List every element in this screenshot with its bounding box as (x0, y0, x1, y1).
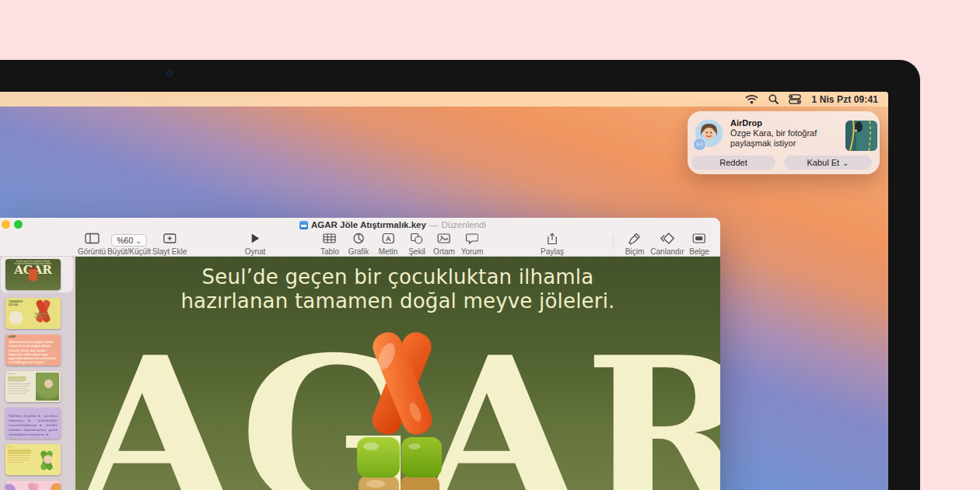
minimize-button[interactable] (2, 220, 10, 229)
gummy-stack-graphic (340, 331, 464, 490)
slide-thumbnail-6[interactable]: ■ AGAR ÜRÜNLERİMİZ Tamamen doğal meyve s… (5, 444, 61, 475)
view-sidebar-icon (84, 233, 99, 244)
window-title: AGAR Jöle Atıştırmalık.key — Düzenlendi (299, 220, 486, 229)
slide-thumbnail-2[interactable]: TAMAMEN DOĞAL TAMAMEN LEZZETLİ (5, 298, 61, 329)
chevron-down-icon: ⌄ (135, 237, 142, 245)
notification-title: AirDrop (730, 118, 762, 128)
mac-display-bezel: 1 Nis Pzt 09:41 (0, 60, 920, 490)
menu-bar: 1 Nis Pzt 09:41 (0, 92, 888, 107)
toolbar-zoom-control[interactable]: %60⌄ Büyüt/Küçült (107, 233, 151, 256)
chart-icon (352, 233, 364, 244)
slide-number: 5 (0, 420, 4, 425)
slide-thumbnail-5[interactable]: Tatlılara duyulan ■ çocuksu tutkunun, ■ … (5, 408, 61, 439)
share-icon (547, 233, 558, 245)
search-icon[interactable] (768, 94, 779, 104)
accept-button-label: Kabul Et (807, 158, 840, 167)
animate-diamond-icon (660, 233, 674, 244)
menu-bar-clock[interactable]: 1 Nis Pzt 09:41 (811, 94, 878, 105)
toolbar-table-button[interactable]: Tablo (320, 233, 339, 256)
format-brush-icon (628, 233, 641, 245)
slide-thumbnail-7[interactable] (5, 481, 61, 490)
play-icon (250, 233, 261, 244)
slide-number: 6 (0, 457, 4, 462)
zoom-window-button[interactable] (14, 220, 23, 229)
airdrop-notification[interactable]: AirDrop Özge Kara, bir fotoğraf paylaşma… (688, 111, 880, 174)
keynote-window: AGAR Jöle Atıştırmalık.key — Düzenlendi … (0, 218, 720, 490)
shape-icon (411, 233, 424, 244)
slide-navigator: 1 Seul’de geçen bir çocukluktan ilhamlah… (0, 257, 75, 490)
shared-photo-thumbnail (845, 121, 877, 151)
toolbar-share-button[interactable]: Paylaş (541, 233, 564, 256)
zoom-dropdown[interactable]: %60⌄ (111, 234, 147, 247)
slide-number: 1 (0, 271, 4, 277)
avatar (695, 120, 723, 147)
keynote-doc-icon (299, 221, 308, 229)
toolbar-view-button[interactable]: Görüntü (78, 233, 106, 256)
control-center-icon[interactable] (789, 94, 801, 104)
window-chrome: AGAR Jöle Atıştırmalık.key — Düzenlendi … (0, 218, 720, 257)
toolbar-chart-button[interactable]: Grafik (348, 233, 369, 256)
toolbar-play-button[interactable]: Oynat (245, 233, 266, 256)
face-graphic (44, 455, 52, 464)
decline-button[interactable]: Reddet (691, 156, 775, 170)
notification-message-line2: paylaşmak istiyor (730, 138, 796, 149)
notification-message-line1: Özge Kara, bir fotoğraf (730, 128, 817, 138)
slide-canvas[interactable]: Seul’de geçen bir çocukluktan ilhamla ha… (75, 257, 720, 490)
toolbar-format-button[interactable]: Biçim (625, 233, 644, 256)
add-slide-icon (163, 233, 177, 244)
toolbar-shape-button[interactable]: Şekil (408, 233, 425, 256)
camera-dot (166, 70, 173, 76)
media-icon (438, 233, 451, 244)
toolbar-add-slide-button[interactable]: Slayt Ekle (152, 233, 187, 256)
wifi-icon[interactable] (745, 94, 758, 104)
toolbar-animate-button[interactable]: Canlandır (650, 233, 684, 256)
toolbar-separator (613, 235, 614, 249)
slide-number: 3 (0, 347, 4, 352)
comment-icon (466, 233, 478, 244)
jar-graphic (29, 268, 37, 281)
toolbar-media-button[interactable]: Ortam (433, 233, 455, 256)
svg-text:A: A (386, 235, 391, 243)
slide-number: 7 (0, 487, 4, 490)
toolbar-document-button[interactable]: Belge (689, 233, 709, 256)
photo-graphic (36, 373, 59, 401)
document-icon (692, 233, 705, 244)
slide-number: 2 (0, 310, 4, 316)
toolbar-text-button[interactable]: A Metin (379, 233, 397, 256)
slide-headline: Seul’de geçen bir çocukluktan ilhamla ha… (75, 265, 720, 313)
document-name: AGAR Jöle Atıştırmalık.key (311, 220, 426, 229)
text-icon: A (381, 233, 394, 244)
slide-thumbnail-1[interactable]: Seul’de geçen bir çocukluktan ilhamlahaz… (5, 259, 61, 290)
decline-button-label: Reddet (719, 158, 747, 167)
airdrop-badge-icon (693, 138, 706, 151)
chevron-down-icon: ⌄ (842, 159, 849, 167)
slide-thumbnail-3[interactable]: ■ AGAR Jölelerimiz hem doğal olarak vega… (5, 334, 61, 366)
mac-screen: 1 Nis Pzt 09:41 (0, 92, 888, 490)
slide-number: 4 (0, 383, 4, 389)
toolbar-comment-button[interactable]: Yorum (461, 233, 484, 256)
slide-thumbnail-4[interactable]: ■ AGAR HİKAYEMİZ Agar, bize Seul'deki mu… (5, 371, 61, 402)
accept-button[interactable]: Kabul Et ⌄ (784, 156, 872, 170)
document-status: Düzenlendi (441, 220, 486, 229)
table-icon (324, 233, 337, 244)
title-separator: — (429, 220, 439, 229)
